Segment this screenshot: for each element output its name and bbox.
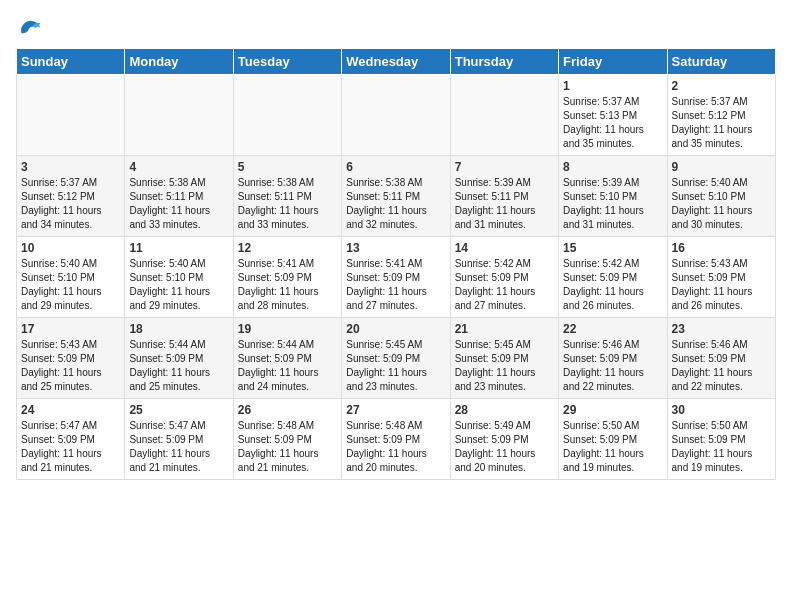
day-cell: 8Sunrise: 5:39 AM Sunset: 5:10 PM Daylig…	[559, 156, 667, 237]
day-number: 6	[346, 160, 445, 174]
day-cell: 13Sunrise: 5:41 AM Sunset: 5:09 PM Dayli…	[342, 237, 450, 318]
day-info: Sunrise: 5:38 AM Sunset: 5:11 PM Dayligh…	[346, 176, 445, 232]
day-info: Sunrise: 5:37 AM Sunset: 5:12 PM Dayligh…	[21, 176, 120, 232]
day-info: Sunrise: 5:48 AM Sunset: 5:09 PM Dayligh…	[238, 419, 337, 475]
page: SundayMondayTuesdayWednesdayThursdayFrid…	[0, 0, 792, 490]
day-cell	[233, 75, 341, 156]
day-cell: 23Sunrise: 5:46 AM Sunset: 5:09 PM Dayli…	[667, 318, 775, 399]
col-header-wednesday: Wednesday	[342, 49, 450, 75]
day-number: 27	[346, 403, 445, 417]
day-info: Sunrise: 5:41 AM Sunset: 5:09 PM Dayligh…	[238, 257, 337, 313]
week-row-4: 17Sunrise: 5:43 AM Sunset: 5:09 PM Dayli…	[17, 318, 776, 399]
day-number: 4	[129, 160, 228, 174]
day-info: Sunrise: 5:39 AM Sunset: 5:10 PM Dayligh…	[563, 176, 662, 232]
day-info: Sunrise: 5:38 AM Sunset: 5:11 PM Dayligh…	[129, 176, 228, 232]
day-cell	[342, 75, 450, 156]
day-info: Sunrise: 5:46 AM Sunset: 5:09 PM Dayligh…	[672, 338, 771, 394]
day-info: Sunrise: 5:50 AM Sunset: 5:09 PM Dayligh…	[563, 419, 662, 475]
day-info: Sunrise: 5:44 AM Sunset: 5:09 PM Dayligh…	[238, 338, 337, 394]
day-number: 9	[672, 160, 771, 174]
day-cell: 17Sunrise: 5:43 AM Sunset: 5:09 PM Dayli…	[17, 318, 125, 399]
day-cell: 28Sunrise: 5:49 AM Sunset: 5:09 PM Dayli…	[450, 399, 558, 480]
day-number: 28	[455, 403, 554, 417]
day-cell: 15Sunrise: 5:42 AM Sunset: 5:09 PM Dayli…	[559, 237, 667, 318]
day-cell: 11Sunrise: 5:40 AM Sunset: 5:10 PM Dayli…	[125, 237, 233, 318]
col-header-thursday: Thursday	[450, 49, 558, 75]
col-header-sunday: Sunday	[17, 49, 125, 75]
day-info: Sunrise: 5:46 AM Sunset: 5:09 PM Dayligh…	[563, 338, 662, 394]
day-info: Sunrise: 5:42 AM Sunset: 5:09 PM Dayligh…	[563, 257, 662, 313]
col-header-saturday: Saturday	[667, 49, 775, 75]
day-cell: 4Sunrise: 5:38 AM Sunset: 5:11 PM Daylig…	[125, 156, 233, 237]
col-header-friday: Friday	[559, 49, 667, 75]
day-info: Sunrise: 5:45 AM Sunset: 5:09 PM Dayligh…	[346, 338, 445, 394]
day-number: 26	[238, 403, 337, 417]
logo-bird-icon	[18, 16, 42, 40]
day-number: 5	[238, 160, 337, 174]
day-info: Sunrise: 5:40 AM Sunset: 5:10 PM Dayligh…	[672, 176, 771, 232]
day-cell: 25Sunrise: 5:47 AM Sunset: 5:09 PM Dayli…	[125, 399, 233, 480]
day-info: Sunrise: 5:37 AM Sunset: 5:13 PM Dayligh…	[563, 95, 662, 151]
day-info: Sunrise: 5:47 AM Sunset: 5:09 PM Dayligh…	[21, 419, 120, 475]
day-cell: 14Sunrise: 5:42 AM Sunset: 5:09 PM Dayli…	[450, 237, 558, 318]
day-number: 16	[672, 241, 771, 255]
day-number: 3	[21, 160, 120, 174]
day-number: 18	[129, 322, 228, 336]
day-number: 13	[346, 241, 445, 255]
day-number: 25	[129, 403, 228, 417]
day-cell: 26Sunrise: 5:48 AM Sunset: 5:09 PM Dayli…	[233, 399, 341, 480]
day-number: 19	[238, 322, 337, 336]
day-info: Sunrise: 5:48 AM Sunset: 5:09 PM Dayligh…	[346, 419, 445, 475]
calendar-table: SundayMondayTuesdayWednesdayThursdayFrid…	[16, 48, 776, 480]
week-row-1: 1Sunrise: 5:37 AM Sunset: 5:13 PM Daylig…	[17, 75, 776, 156]
day-number: 7	[455, 160, 554, 174]
day-cell: 3Sunrise: 5:37 AM Sunset: 5:12 PM Daylig…	[17, 156, 125, 237]
day-number: 8	[563, 160, 662, 174]
day-cell: 9Sunrise: 5:40 AM Sunset: 5:10 PM Daylig…	[667, 156, 775, 237]
header-row: SundayMondayTuesdayWednesdayThursdayFrid…	[17, 49, 776, 75]
day-number: 21	[455, 322, 554, 336]
day-info: Sunrise: 5:50 AM Sunset: 5:09 PM Dayligh…	[672, 419, 771, 475]
day-number: 1	[563, 79, 662, 93]
day-number: 24	[21, 403, 120, 417]
day-cell: 20Sunrise: 5:45 AM Sunset: 5:09 PM Dayli…	[342, 318, 450, 399]
day-info: Sunrise: 5:40 AM Sunset: 5:10 PM Dayligh…	[129, 257, 228, 313]
day-cell: 19Sunrise: 5:44 AM Sunset: 5:09 PM Dayli…	[233, 318, 341, 399]
day-number: 30	[672, 403, 771, 417]
day-cell: 12Sunrise: 5:41 AM Sunset: 5:09 PM Dayli…	[233, 237, 341, 318]
day-number: 12	[238, 241, 337, 255]
day-cell: 16Sunrise: 5:43 AM Sunset: 5:09 PM Dayli…	[667, 237, 775, 318]
day-cell: 5Sunrise: 5:38 AM Sunset: 5:11 PM Daylig…	[233, 156, 341, 237]
week-row-5: 24Sunrise: 5:47 AM Sunset: 5:09 PM Dayli…	[17, 399, 776, 480]
day-info: Sunrise: 5:47 AM Sunset: 5:09 PM Dayligh…	[129, 419, 228, 475]
day-cell: 22Sunrise: 5:46 AM Sunset: 5:09 PM Dayli…	[559, 318, 667, 399]
day-info: Sunrise: 5:37 AM Sunset: 5:12 PM Dayligh…	[672, 95, 771, 151]
day-number: 14	[455, 241, 554, 255]
day-cell: 7Sunrise: 5:39 AM Sunset: 5:11 PM Daylig…	[450, 156, 558, 237]
day-number: 11	[129, 241, 228, 255]
day-info: Sunrise: 5:45 AM Sunset: 5:09 PM Dayligh…	[455, 338, 554, 394]
day-number: 17	[21, 322, 120, 336]
day-number: 29	[563, 403, 662, 417]
header	[16, 16, 776, 40]
day-info: Sunrise: 5:39 AM Sunset: 5:11 PM Dayligh…	[455, 176, 554, 232]
day-cell	[125, 75, 233, 156]
logo	[16, 16, 42, 40]
day-info: Sunrise: 5:43 AM Sunset: 5:09 PM Dayligh…	[672, 257, 771, 313]
day-number: 22	[563, 322, 662, 336]
day-number: 10	[21, 241, 120, 255]
day-cell: 21Sunrise: 5:45 AM Sunset: 5:09 PM Dayli…	[450, 318, 558, 399]
day-info: Sunrise: 5:40 AM Sunset: 5:10 PM Dayligh…	[21, 257, 120, 313]
day-cell: 29Sunrise: 5:50 AM Sunset: 5:09 PM Dayli…	[559, 399, 667, 480]
day-info: Sunrise: 5:49 AM Sunset: 5:09 PM Dayligh…	[455, 419, 554, 475]
col-header-tuesday: Tuesday	[233, 49, 341, 75]
day-cell: 2Sunrise: 5:37 AM Sunset: 5:12 PM Daylig…	[667, 75, 775, 156]
day-cell	[450, 75, 558, 156]
day-cell: 30Sunrise: 5:50 AM Sunset: 5:09 PM Dayli…	[667, 399, 775, 480]
day-info: Sunrise: 5:38 AM Sunset: 5:11 PM Dayligh…	[238, 176, 337, 232]
day-cell: 24Sunrise: 5:47 AM Sunset: 5:09 PM Dayli…	[17, 399, 125, 480]
day-cell: 27Sunrise: 5:48 AM Sunset: 5:09 PM Dayli…	[342, 399, 450, 480]
day-cell: 1Sunrise: 5:37 AM Sunset: 5:13 PM Daylig…	[559, 75, 667, 156]
week-row-3: 10Sunrise: 5:40 AM Sunset: 5:10 PM Dayli…	[17, 237, 776, 318]
day-number: 23	[672, 322, 771, 336]
